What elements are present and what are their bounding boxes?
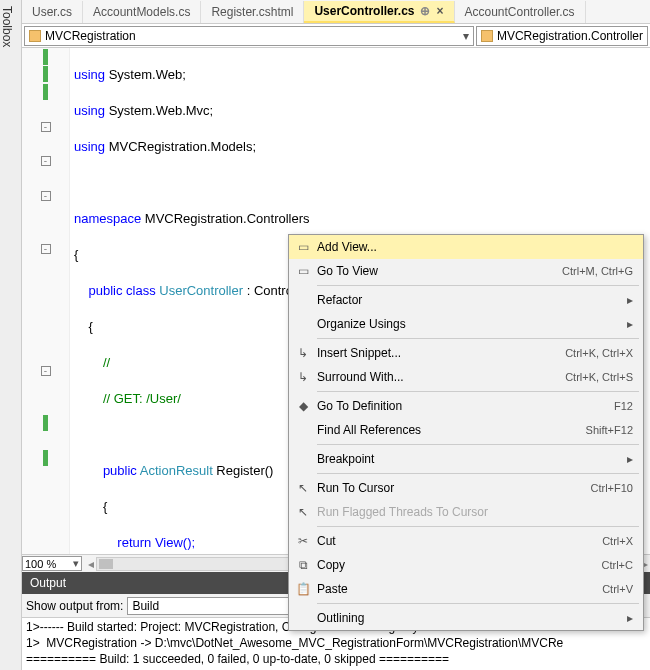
- outline-toggle-icon[interactable]: -: [41, 156, 51, 166]
- toolbox-label: Toolbox: [0, 6, 14, 47]
- menu-run-flagged-threads: ↖Run Flagged Threads To Cursor: [289, 500, 643, 524]
- paste-icon: 📋: [289, 582, 317, 596]
- document-tabstrip: User.cs AccountModels.cs Register.cshtml…: [22, 0, 650, 24]
- menu-cut[interactable]: ✂CutCtrl+X: [289, 529, 643, 553]
- menu-separator: [317, 285, 639, 286]
- output-line: 1> MVCRegistration -> D:\mvc\DotNet_Awes…: [26, 636, 646, 652]
- output-line: ========== Build: 1 succeeded, 0 failed,…: [26, 652, 646, 668]
- zoom-dropdown[interactable]: 100 % ▾: [22, 556, 82, 571]
- menu-label: Paste: [317, 582, 602, 596]
- menu-shortcut: Ctrl+F10: [591, 482, 634, 494]
- menu-organize-usings[interactable]: Organize Usings▸: [289, 312, 643, 336]
- tab-accountmodels-cs[interactable]: AccountModels.cs: [83, 1, 201, 23]
- menu-surround-with[interactable]: ↳Surround With...Ctrl+K, Ctrl+S: [289, 365, 643, 389]
- submenu-arrow-icon: ▸: [617, 293, 633, 307]
- outline-toggle-icon[interactable]: -: [41, 244, 51, 254]
- scroll-left-icon[interactable]: ◂: [86, 557, 96, 571]
- member-label: MVCRegistration.Controller: [497, 29, 643, 43]
- menu-copy[interactable]: ⧉CopyCtrl+C: [289, 553, 643, 577]
- surround-icon: ↳: [289, 370, 317, 384]
- menu-label: Refactor: [317, 293, 617, 307]
- menu-shortcut: Ctrl+V: [602, 583, 633, 595]
- menu-insert-snippet[interactable]: ↳Insert Snippet...Ctrl+K, Ctrl+X: [289, 341, 643, 365]
- menu-label: Breakpoint: [317, 452, 617, 466]
- menu-label: Go To Definition: [317, 399, 614, 413]
- cursor-icon: ↖: [289, 481, 317, 495]
- outline-toggle-icon[interactable]: -: [41, 191, 51, 201]
- menu-label: Cut: [317, 534, 602, 548]
- menu-shortcut: Ctrl+X: [602, 535, 633, 547]
- pin-icon[interactable]: ⊕: [420, 0, 430, 22]
- member-dropdown[interactable]: MVCRegistration.Controller: [476, 26, 648, 46]
- menu-separator: [317, 391, 639, 392]
- menu-label: Insert Snippet...: [317, 346, 565, 360]
- tab-label: AccountController.cs: [465, 1, 575, 23]
- menu-breakpoint[interactable]: Breakpoint▸: [289, 447, 643, 471]
- code-text: using: [74, 67, 105, 82]
- tab-label: Register.cshtml: [211, 1, 293, 23]
- code-text: using: [74, 103, 105, 118]
- menu-label: Find All References: [317, 423, 586, 437]
- chevron-down-icon: ▾: [73, 557, 79, 570]
- menu-label: Run To Cursor: [317, 481, 591, 495]
- menu-separator: [317, 444, 639, 445]
- code-text: namespace: [74, 211, 141, 226]
- cursor-icon: ↖: [289, 505, 317, 519]
- menu-shortcut: Ctrl+K, Ctrl+X: [565, 347, 633, 359]
- show-output-label: Show output from:: [26, 599, 123, 613]
- menu-run-to-cursor[interactable]: ↖Run To CursorCtrl+F10: [289, 476, 643, 500]
- tab-register-cshtml[interactable]: Register.cshtml: [201, 1, 304, 23]
- menu-shortcut: Ctrl+M, Ctrl+G: [562, 265, 633, 277]
- menu-outlining[interactable]: Outlining▸: [289, 606, 643, 630]
- code-text: UserController: [159, 283, 243, 298]
- scope-label: MVCRegistration: [45, 29, 136, 43]
- outline-toggle-icon[interactable]: -: [41, 122, 51, 132]
- code-text: return View();: [74, 535, 195, 550]
- menu-separator: [317, 526, 639, 527]
- code-text: public class: [74, 283, 159, 298]
- tab-accountcontroller-cs[interactable]: AccountController.cs: [455, 1, 586, 23]
- menu-label: Copy: [317, 558, 602, 572]
- goto-icon: ▭: [289, 264, 317, 278]
- menu-goto-view[interactable]: ▭Go To ViewCtrl+M, Ctrl+G: [289, 259, 643, 283]
- close-icon[interactable]: ×: [436, 0, 443, 22]
- scope-dropdown[interactable]: MVCRegistration ▾: [24, 26, 474, 46]
- menu-goto-definition[interactable]: ◆Go To DefinitionF12: [289, 394, 643, 418]
- code-text: using: [74, 139, 105, 154]
- submenu-arrow-icon: ▸: [617, 452, 633, 466]
- context-menu: ▭Add View... ▭Go To ViewCtrl+M, Ctrl+G R…: [288, 234, 644, 631]
- menu-separator: [317, 473, 639, 474]
- toolbox-panel[interactable]: Toolbox: [0, 0, 22, 670]
- menu-find-references[interactable]: Find All ReferencesShift+F12: [289, 418, 643, 442]
- tab-usercontroller-cs[interactable]: UserController.cs ⊕ ×: [304, 1, 454, 23]
- submenu-arrow-icon: ▸: [617, 611, 633, 625]
- definition-icon: ◆: [289, 399, 317, 413]
- menu-refactor[interactable]: Refactor▸: [289, 288, 643, 312]
- menu-separator: [317, 338, 639, 339]
- submenu-arrow-icon: ▸: [617, 317, 633, 331]
- tab-label: AccountModels.cs: [93, 1, 190, 23]
- menu-shortcut: F12: [614, 400, 633, 412]
- scrollbar-thumb[interactable]: [99, 559, 113, 569]
- navigation-bar: MVCRegistration ▾ MVCRegistration.Contro…: [22, 24, 650, 48]
- tab-label: UserController.cs: [314, 0, 414, 22]
- code-text: System.Web;: [105, 67, 186, 82]
- tab-user-cs[interactable]: User.cs: [22, 1, 83, 23]
- cut-icon: ✂: [289, 534, 317, 548]
- menu-add-view[interactable]: ▭Add View...: [289, 235, 643, 259]
- tab-label: User.cs: [32, 1, 72, 23]
- outline-toggle-icon[interactable]: -: [41, 366, 51, 376]
- menu-shortcut: Ctrl+C: [602, 559, 633, 571]
- code-text: Register(): [213, 463, 274, 478]
- code-text: MVCRegistration.Controllers: [141, 211, 309, 226]
- menu-label: Run Flagged Threads To Cursor: [317, 505, 633, 519]
- menu-shortcut: Shift+F12: [586, 424, 633, 436]
- menu-paste[interactable]: 📋PasteCtrl+V: [289, 577, 643, 601]
- code-text: System.Web.Mvc;: [105, 103, 213, 118]
- output-title: Output: [30, 576, 66, 590]
- menu-shortcut: Ctrl+K, Ctrl+S: [565, 371, 633, 383]
- document-icon: ▭: [289, 240, 317, 254]
- chevron-down-icon: ▾: [463, 29, 469, 43]
- copy-icon: ⧉: [289, 558, 317, 572]
- menu-label: Surround With...: [317, 370, 565, 384]
